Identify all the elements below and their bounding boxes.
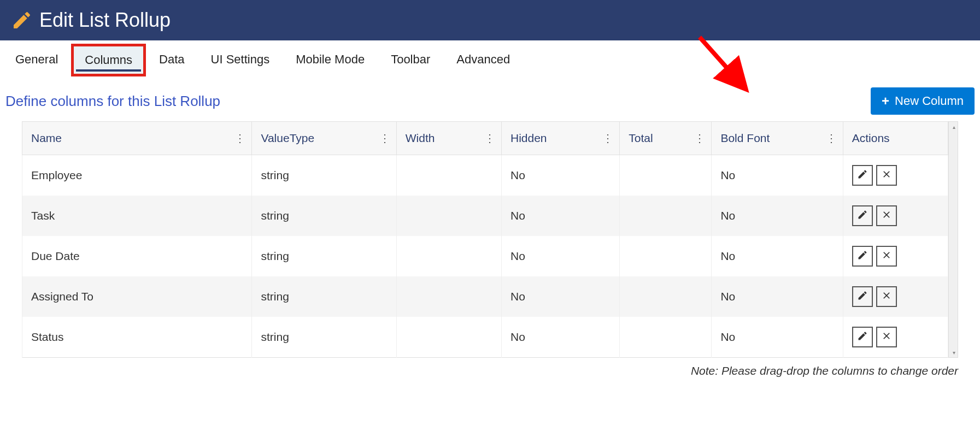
column-header-valuetype[interactable]: ValueType ⋮ [252,122,396,155]
column-menu-icon[interactable]: ⋮ [826,132,836,145]
close-icon [881,209,892,223]
column-menu-icon[interactable]: ⋮ [602,132,613,145]
scroll-up-icon[interactable]: ▴ [949,122,959,132]
column-header-boldfont[interactable]: Bold Font ⋮ [712,122,843,155]
new-column-label: New Column [895,94,964,108]
page-header: Edit List Rollup [0,0,980,40]
edit-button[interactable] [852,205,873,226]
delete-button[interactable] [876,165,897,186]
page-title: Edit List Rollup [39,9,171,32]
tab-bar: General Columns Data UI Settings Mobile … [0,44,980,76]
cell-total [620,276,712,317]
table-row[interactable]: EmployeestringNoNo [22,155,948,196]
cell-boldfont: No [712,236,843,276]
delete-button[interactable] [876,246,897,267]
tab-mobile-mode[interactable]: Mobile Mode [283,44,378,76]
cell-valuetype: string [252,276,396,317]
close-icon [881,330,892,344]
subheader-row: Define columns for this List Rollup + Ne… [0,76,980,121]
cell-total [620,196,712,236]
cell-name: Due Date [22,236,252,276]
cell-total [620,236,712,276]
cell-hidden: No [502,317,620,358]
table-row[interactable]: StatusstringNoNo [22,317,948,358]
cell-boldfont: No [712,196,843,236]
cell-valuetype: string [252,317,396,358]
tab-ui-settings[interactable]: UI Settings [198,44,283,76]
tab-columns[interactable]: Columns [71,44,146,76]
cell-actions [843,236,948,276]
column-menu-icon[interactable]: ⋮ [379,132,390,145]
pencil-icon [857,250,868,263]
scrollbar[interactable]: ▴ ▾ [948,121,958,358]
tab-toolbar[interactable]: Toolbar [378,44,443,76]
cell-actions [843,276,948,317]
cell-actions [843,155,948,196]
column-header-total[interactable]: Total ⋮ [620,122,712,155]
column-menu-icon[interactable]: ⋮ [234,132,245,145]
table-row[interactable]: Due DatestringNoNo [22,236,948,276]
scroll-down-icon[interactable]: ▾ [949,347,959,357]
cell-hidden: No [502,236,620,276]
column-header-actions: Actions [843,122,948,155]
table-row[interactable]: TaskstringNoNo [22,196,948,236]
close-icon [881,290,892,304]
cell-valuetype: string [252,236,396,276]
cell-hidden: No [502,155,620,196]
cell-width [396,276,501,317]
pencil-icon [11,9,33,31]
cell-boldfont: No [712,155,843,196]
columns-table: Name ⋮ ValueType ⋮ Width ⋮ Hidden [22,121,948,358]
cell-actions [843,196,948,236]
cell-hidden: No [502,196,620,236]
cell-actions [843,317,948,358]
cell-boldfont: No [712,317,843,358]
cell-name: Assigned To [22,276,252,317]
tab-general[interactable]: General [2,44,71,76]
cell-name: Status [22,317,252,358]
cell-width [396,317,501,358]
delete-button[interactable] [876,327,897,347]
delete-button[interactable] [876,205,897,226]
table-row[interactable]: Assigned TostringNoNo [22,276,948,317]
cell-width [396,196,501,236]
close-icon [881,250,892,263]
tab-data[interactable]: Data [146,44,197,76]
cell-width [396,155,501,196]
column-header-name[interactable]: Name ⋮ [22,122,252,155]
pencil-icon [857,169,868,182]
new-column-button[interactable]: + New Column [871,87,975,115]
cell-name: Task [22,196,252,236]
edit-button[interactable] [852,327,873,347]
tab-advanced[interactable]: Advanced [443,44,523,76]
column-header-hidden[interactable]: Hidden ⋮ [502,122,620,155]
cell-valuetype: string [252,155,396,196]
pencil-icon [857,209,868,223]
delete-button[interactable] [876,286,897,307]
close-icon [881,169,892,182]
edit-button[interactable] [852,286,873,307]
cell-total [620,155,712,196]
drag-drop-note: Note: Please drag-drop the columns to ch… [0,358,980,388]
column-menu-icon[interactable]: ⋮ [484,132,495,145]
column-menu-icon[interactable]: ⋮ [694,132,705,145]
cell-boldfont: No [712,276,843,317]
edit-button[interactable] [852,165,873,186]
cell-total [620,317,712,358]
section-title: Define columns for this List Rollup [5,93,220,110]
cell-width [396,236,501,276]
plus-icon: + [882,95,889,108]
column-header-width[interactable]: Width ⋮ [396,122,501,155]
pencil-icon [857,330,868,344]
edit-button[interactable] [852,246,873,267]
pencil-icon [857,290,868,304]
columns-table-container: Name ⋮ ValueType ⋮ Width ⋮ Hidden [0,121,980,358]
cell-valuetype: string [252,196,396,236]
cell-name: Employee [22,155,252,196]
cell-hidden: No [502,276,620,317]
